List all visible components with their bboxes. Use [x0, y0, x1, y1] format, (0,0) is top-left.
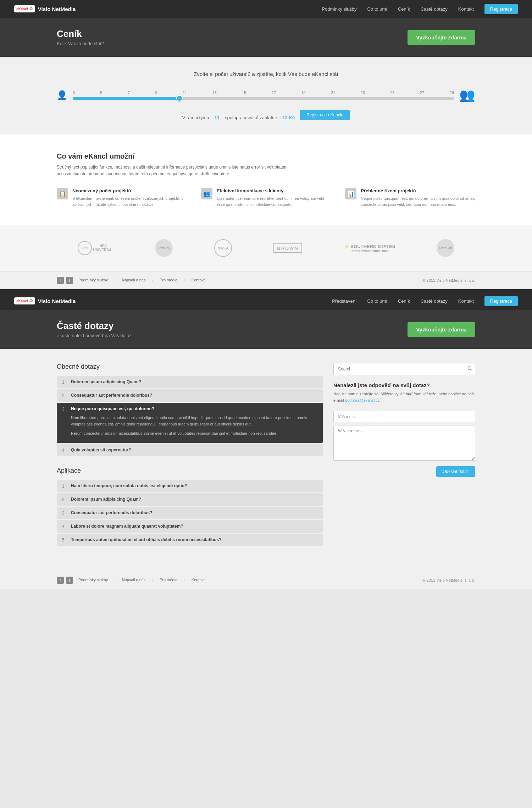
footer-link-kontakt-2[interactable]: Kontakt [192, 578, 205, 583]
search-box [333, 363, 475, 375]
logo-fritolay-2: FritoLay [437, 239, 454, 257]
faq-q-g2: Consequatur aut perferendis doloribus? [71, 393, 152, 398]
nav-kontakt-1[interactable]: Kontakt [458, 6, 474, 12]
feature-icon-3: 📊 [345, 188, 356, 199]
footer-copy-2: © 2011 Visio NetMedia, s. r. o. [422, 578, 475, 582]
faq-item-a4[interactable]: 4 Labore et dolore magnam aliquam quaera… [57, 520, 323, 533]
nav-predstaveni-2[interactable]: Představení [332, 298, 356, 304]
logo-brown: BROWN [273, 243, 302, 253]
section-separator [0, 289, 532, 292]
no-answer-title: Nenalezli jste odpověď na svůj dotaz? [333, 382, 475, 388]
feature-title-2: Efektivní komunikace s klienty [217, 188, 331, 193]
feature-content-3: Přehledné řízení projektů Neque porro qu… [361, 188, 475, 207]
email-field[interactable] [333, 411, 475, 422]
faq-num-a1: 1 [62, 483, 67, 489]
faq-q-a4: Labore et dolore magnam aliquam quaerat … [71, 524, 183, 529]
slider-container: 👤 3 5 7 9 11 13 15 17 19 21 23 25 27 29 [57, 88, 475, 103]
logo-text-2: eKancl [16, 299, 28, 303]
faq-num-a5: 5 [62, 537, 67, 543]
sidebar-form: Odeslat dotaz [333, 411, 475, 477]
faq-q-a1: Nam libero tempore, cum soluta nobis est… [71, 483, 187, 488]
slider-fill [73, 97, 179, 100]
slider-thumb[interactable] [176, 95, 183, 101]
fritolay-circle-1: FritoLay [155, 239, 173, 257]
pricing-user-count: 11 [215, 115, 220, 120]
gear-icon-1: ⚙ [29, 6, 33, 11]
faq-item-g1[interactable]: 1 Dolorem ipsum adipisicing Quam? [57, 376, 323, 388]
register-button-1[interactable]: Registrace [484, 4, 518, 14]
nav-faq-1[interactable]: Časté dotazy [421, 6, 448, 12]
pricing-text-middle: spolupracovníků zaplatíte [225, 115, 277, 120]
faq-item-g4[interactable]: 4 Quia voluptas sit aspernatur? [57, 444, 323, 456]
footer-link-media-1[interactable]: Pro média [160, 278, 177, 283]
faq-num-g3: 3 [62, 406, 67, 412]
search-icon-button[interactable] [467, 366, 472, 372]
register-button-2[interactable]: Registrace [484, 296, 518, 306]
faq-item-a1[interactable]: 1 Nam libero tempore, cum soluta nobis e… [57, 480, 323, 492]
footer-social-2: f t [57, 577, 73, 584]
pricing-section: Zvolte si počet uživatelů a zjistěte, ko… [0, 57, 532, 134]
feature-content-1: Neomezený počet projektů S eKanclem nejs… [72, 188, 187, 207]
footer-link-napsali-1[interactable]: Napsali o nás [122, 278, 146, 283]
features-heading: Co vám eKancl umožní [57, 152, 475, 160]
faq-item-a3[interactable]: 3 Consequatur aut perferendis doloribus? [57, 507, 323, 519]
logo-box-2: eKancl ⚙ [14, 297, 35, 304]
faq-item-a5[interactable]: 5 Temporibus autem quibusdam et aut offi… [57, 534, 323, 546]
faq-num-g2: 2 [62, 393, 67, 398]
faq-content-g3: Neque porro quisquam est, qui dolorem? N… [71, 406, 317, 439]
nav-kontakt-2[interactable]: Kontakt [458, 298, 474, 304]
footer-link-podminky-2[interactable]: Podmínky služby [78, 578, 108, 583]
nav-cenik-1[interactable]: Ceník [398, 6, 410, 12]
nav-brand-2: Visio NetMedia [38, 298, 76, 304]
nav-predstaveni-1[interactable]: Podmínky služby [322, 6, 356, 12]
faq-item-g2[interactable]: 2 Consequatur aut perferendis doloribus? [57, 389, 323, 402]
logo-southern: ⚡ SOUTHERN STATES Former owned since 192… [344, 244, 395, 253]
footer-link-media-2[interactable]: Pro média [160, 578, 177, 583]
submit-button[interactable]: Odeslat dotaz [436, 466, 475, 477]
footer-link-kontakt-1[interactable]: Kontakt [192, 278, 205, 283]
faq-item-g3[interactable]: 3 Neque porro quisquam est, qui dolorem?… [57, 403, 323, 443]
twitter-icon-2[interactable]: t [66, 577, 73, 584]
facebook-icon-1[interactable]: f [57, 277, 64, 284]
search-input[interactable] [333, 363, 475, 375]
faq-general-title: Obecné dotazy [57, 363, 323, 370]
faq-group-general: Obecné dotazy 1 Dolorem ipsum adipisicin… [57, 363, 323, 456]
pricing-text-prefix: V rámci týmu [182, 115, 209, 120]
nav-faq-2[interactable]: Časté dotazy [421, 298, 448, 304]
facebook-icon-2[interactable]: f [57, 577, 64, 584]
slider-track-wrap: 3 5 7 9 11 13 15 17 19 21 23 25 27 29 [73, 90, 454, 100]
twitter-icon-1[interactable]: t [66, 277, 73, 284]
nav-brand-1: Visio NetMedia [38, 6, 76, 12]
hero-cenik: Ceník Kolik Vás to bude stát? Vyzkoušejt… [0, 18, 532, 57]
nav-cotumi-1[interactable]: Co to umí [367, 6, 387, 12]
hero-cenik-text: Ceník Kolik Vás to bude stát? [57, 28, 104, 46]
faq-q-a5: Temporibus autem quibusdam et aut offici… [71, 537, 222, 542]
person-small-icon: 👤 [57, 90, 67, 100]
faq-aplikace-title: Aplikace [57, 467, 323, 474]
logo-text-1: eKancl [16, 7, 28, 11]
hero-cenik-subtitle: Kolik Vás to bude stát? [57, 41, 104, 46]
footer-2: f t Podmínky služby / Napsali o nás / Pr… [0, 571, 532, 589]
nav-cotumi-2[interactable]: Co to umí [367, 298, 387, 304]
message-field[interactable] [333, 425, 475, 461]
faq-q-a3: Consequatur aut perferendis doloribus? [71, 510, 152, 515]
pricing-heading: Zvolte si počet uživatelů a zjistěte, ko… [57, 71, 475, 77]
footer-link-podminky-1[interactable]: Podmínky služby [78, 278, 108, 283]
slider-track[interactable] [73, 97, 454, 100]
cenik-cta-button[interactable]: Vyzkoušejte zdarma [408, 30, 475, 45]
faq-cta-button[interactable]: Vyzkoušejte zdarma [408, 322, 475, 337]
faq-content: Obecné dotazy 1 Dolorem ipsum adipisicin… [0, 349, 532, 571]
footer-links-1: Podmínky služby / Napsali o nás / Pro mé… [78, 278, 205, 283]
support-email-link[interactable]: podpora@ekancl.cz [345, 398, 379, 402]
nav-cenik-2[interactable]: Ceník [398, 298, 410, 304]
faq-q-a2: Dolorem ipsum adipisicing Quam? [71, 497, 141, 502]
faq-q-g4: Quia voluptas sit aspernatur? [71, 447, 131, 452]
footer-link-napsali-2[interactable]: Napsali o nás [122, 578, 146, 583]
pricing-register-button[interactable]: Registrace eKanclu [300, 110, 350, 120]
features-grid: 📋 Neomezený počet projektů S eKanclem ne… [57, 188, 475, 207]
faq-answer-g3: Nam libero tempore, cum soluta nobis est… [71, 415, 317, 436]
features-description: Stručný text popisující funkce, možnosti… [57, 164, 305, 177]
slider-labels: 3 5 7 9 11 13 15 17 19 21 23 25 27 29 [73, 90, 454, 95]
pricing-price: 12 Kč [282, 115, 295, 120]
faq-item-a2[interactable]: 2 Dolorem ipsum adipisicing Quam? [57, 493, 323, 506]
